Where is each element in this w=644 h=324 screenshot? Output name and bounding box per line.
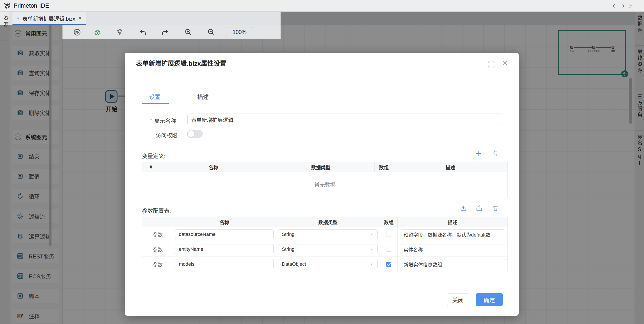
param-name-input[interactable]: datasourceName xyxy=(175,229,274,240)
nav-back-icon[interactable] xyxy=(611,3,617,9)
column-header: 描述 xyxy=(393,162,508,172)
param-desc-input[interactable]: 预留字段，数据源名称，默认为default数 xyxy=(400,229,505,240)
debug-export-icon[interactable] xyxy=(116,28,124,36)
param-type-select[interactable]: String xyxy=(278,244,378,254)
save-icon[interactable] xyxy=(628,3,634,9)
gear-icon xyxy=(17,16,19,21)
access-label: 访问权限 xyxy=(156,131,178,139)
chevron-down-icon xyxy=(370,262,374,266)
column-header: 数据类型 xyxy=(267,162,374,172)
app-title: Primeton-IDE xyxy=(14,2,49,9)
variables-table: #名称数据类型数组描述 暂无数据 xyxy=(142,162,508,197)
import-params-icon[interactable] xyxy=(460,205,467,212)
ok-button[interactable]: 确定 xyxy=(476,293,503,306)
param-type-select[interactable]: String xyxy=(278,229,378,240)
primeton-ide-window: Primeton-IDE 资源 表单新增扩展逻辑.bizx × 开始 xyxy=(0,0,644,324)
param-name-input[interactable]: entityName xyxy=(175,244,274,254)
add-variable-icon[interactable] xyxy=(475,150,482,157)
column-header: # xyxy=(142,162,160,172)
canvas-toolbar: 100% xyxy=(62,25,280,39)
app-logo-icon xyxy=(4,2,11,10)
param-kind: 参数 xyxy=(152,245,163,253)
param-row: 参数 entityName String 实体名称 xyxy=(142,242,508,257)
param-kind: 参数 xyxy=(152,260,163,268)
column-header: 名称 xyxy=(160,162,267,172)
column-header xyxy=(142,217,173,227)
variables-label: 变量定义: xyxy=(142,152,166,160)
modal-backdrop xyxy=(280,12,644,39)
run-icon[interactable] xyxy=(73,28,81,36)
tab-close-icon[interactable]: × xyxy=(78,15,82,21)
param-array-checkbox[interactable] xyxy=(386,232,391,237)
param-row: 参数 datasourceName String 预留字段，数据源名称，默认为d… xyxy=(142,227,508,242)
required-mark: * xyxy=(150,117,152,124)
dialog-title: 表单新增扩展逻辑.bizx属性设置 xyxy=(136,58,226,68)
chevron-down-icon xyxy=(370,232,374,236)
zoom-level-display[interactable]: 100% xyxy=(226,27,254,37)
param-kind: 参数 xyxy=(152,230,163,238)
param-type-select[interactable]: DataObject xyxy=(278,259,378,269)
param-type-value: String xyxy=(282,246,294,252)
param-type-value: DataObject xyxy=(282,261,306,267)
param-type-value: String xyxy=(282,232,294,237)
export-params-icon[interactable] xyxy=(476,205,483,212)
param-desc-input[interactable]: 新增实体信息数组 xyxy=(400,259,505,269)
param-desc-input[interactable]: 实体名称 xyxy=(400,244,505,254)
active-tab-underline xyxy=(12,24,86,25)
zoom-out-icon[interactable] xyxy=(207,28,215,36)
display-name-label: 显示名称 xyxy=(154,116,176,124)
param-row: 参数 models DataObject 新增实体信息数组 xyxy=(142,257,508,272)
tabs-divider xyxy=(142,104,508,104)
column-header: 数组 xyxy=(380,217,398,227)
redo-icon[interactable] xyxy=(161,28,169,36)
fullscreen-icon[interactable] xyxy=(488,61,495,68)
column-header: 描述 xyxy=(398,217,508,227)
close-icon[interactable]: × xyxy=(502,58,508,67)
title-bar: Primeton-IDE xyxy=(0,0,644,12)
param-array-checkbox[interactable] xyxy=(386,262,391,267)
column-header: 数组 xyxy=(374,162,393,172)
nav-forward-icon[interactable] xyxy=(620,3,626,9)
tab-bizx-file[interactable]: 表单新增扩展逻辑.bizx × xyxy=(12,12,86,25)
toggle-knob xyxy=(188,130,194,137)
tab-label: 表单新增扩展逻辑.bizx xyxy=(22,14,75,22)
undo-icon[interactable] xyxy=(139,28,147,36)
modal-backdrop xyxy=(0,25,62,324)
column-header: 数据类型 xyxy=(276,217,380,227)
debug-icon[interactable] xyxy=(94,28,102,36)
params-table: 名称数据类型数组描述 参数 datasourceName String 预留字段… xyxy=(142,216,508,272)
param-name-input[interactable]: models xyxy=(175,259,274,269)
variables-empty-state: 暂无数据 xyxy=(142,172,508,197)
access-toggle[interactable] xyxy=(187,130,203,138)
zoom-in-icon[interactable] xyxy=(184,28,192,36)
delete-param-icon[interactable] xyxy=(492,205,499,212)
params-label: 参数配置表: xyxy=(142,206,171,214)
close-button[interactable]: 关闭 xyxy=(447,293,469,306)
chevron-down-icon xyxy=(370,247,374,252)
column-header: 名称 xyxy=(173,217,276,227)
param-array-checkbox[interactable] xyxy=(386,246,391,252)
delete-variable-icon[interactable] xyxy=(492,150,499,157)
display-name-input[interactable]: 表单新增扩展逻辑 xyxy=(188,114,502,126)
dialog-tab-settings[interactable]: 设置 xyxy=(149,92,160,100)
properties-dialog: 表单新增扩展逻辑.bizx属性设置 × 设置描述 * 显示名称 表单新增扩展逻辑… xyxy=(125,52,518,316)
dialog-tab-description[interactable]: 描述 xyxy=(197,92,209,100)
